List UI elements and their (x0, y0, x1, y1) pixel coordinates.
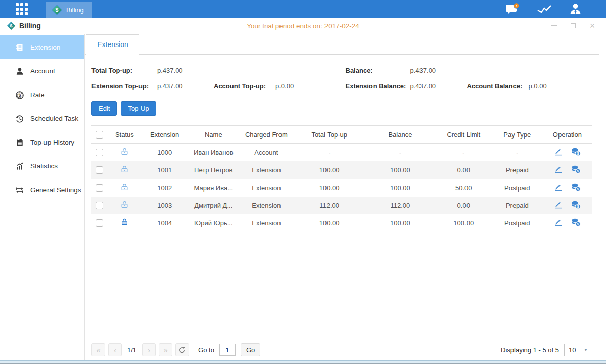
total-topup-label: Total Top-up: (91, 67, 157, 74)
sidebar-item-top-up-history[interactable]: Top-up History (0, 130, 84, 154)
account-topup-label: Account Top-up: (214, 82, 275, 90)
lock-open-icon (120, 165, 129, 173)
svg-text:$: $ (10, 23, 12, 28)
minimize-button[interactable] (550, 22, 557, 29)
header-name[interactable]: Name (188, 126, 239, 144)
user-icon[interactable] (569, 3, 582, 15)
last-page-button[interactable]: » (159, 343, 172, 356)
topup-coins-icon[interactable]: $ (571, 147, 581, 156)
edit-pencil-icon[interactable] (554, 218, 563, 227)
row-checkbox[interactable] (96, 149, 103, 156)
close-button[interactable]: × (589, 22, 596, 29)
maximize-button[interactable] (570, 22, 577, 29)
topup-coins-icon[interactable]: $ (571, 200, 581, 209)
table-row-1004: 1004Юрий Юрь...Extension100.00100.00100.… (91, 214, 592, 232)
cell-extension: 1003 (142, 197, 188, 214)
sidebar-item-scheduled-task[interactable]: Scheduled Task (0, 107, 84, 130)
header-operation[interactable]: Operation (542, 126, 592, 144)
go-button[interactable]: Go (241, 343, 260, 356)
select-all-checkbox[interactable] (96, 131, 103, 139)
main-content: Extension Total Top-up: p.437.00 Extensi… (85, 34, 599, 360)
goto-page-input[interactable] (219, 344, 236, 356)
lock-open-icon (120, 183, 129, 191)
header-total-topup[interactable]: Total Top-up (293, 126, 365, 144)
trial-notice: Your trial period ends on: 2017-02-24 (0, 22, 606, 30)
billing-diamond-icon: $ (7, 21, 16, 30)
messages-icon[interactable]: ! (505, 3, 520, 16)
titlebar: $ Billing Your trial period ends on: 201… (0, 18, 606, 34)
prev-page-button[interactable]: ‹ (108, 343, 122, 356)
goto-label: Go to (198, 346, 214, 354)
table-row-1000: 1000Иван ИвановAccount----$ (91, 144, 592, 161)
topbar: $ Billing ! (0, 0, 606, 18)
svg-text:$: $ (18, 93, 21, 98)
cell-total-topup: 100.00 (293, 214, 365, 232)
cell-balance: 100.00 (365, 214, 435, 232)
cell-charged-from: Extension (239, 214, 293, 232)
cell-extension: 1004 (142, 214, 188, 232)
svg-text:!: ! (516, 3, 517, 8)
first-page-button[interactable]: « (91, 343, 105, 356)
table-header-row: Status Extension Name Charged From Total… (91, 126, 592, 144)
page-size-dropdown[interactable]: 10 ▼ (564, 344, 592, 356)
cell-charged-from: Account (239, 144, 293, 161)
billing-diamond-icon: $ (52, 5, 62, 15)
sidebar-item-extension[interactable]: Extension (0, 35, 84, 59)
displaying-text: Displaying 1 - 5 of 5 (501, 346, 559, 354)
statistics-icon (15, 162, 24, 171)
tab-extension[interactable]: Extension (86, 34, 139, 55)
sidebar-item-label: Statistics (30, 162, 58, 170)
topup-coins-icon[interactable]: $ (571, 183, 581, 192)
sidebar-item-rate[interactable]: $Rate (0, 83, 84, 107)
row-checkbox[interactable] (96, 219, 103, 227)
svg-text:$: $ (577, 204, 579, 208)
sidebar-item-account[interactable]: Account (0, 59, 84, 83)
scrollbar-gutter[interactable] (599, 34, 606, 360)
header-pay-type[interactable]: Pay Type (492, 126, 542, 144)
window-bottom-edge (0, 360, 606, 364)
cell-charged-from: Extension (239, 179, 293, 197)
topup-coins-icon[interactable]: $ (571, 165, 581, 174)
header-charged-from[interactable]: Charged From (239, 126, 293, 144)
balance-label: Balance: (346, 67, 410, 74)
sidebar-item-general-settings[interactable]: General Settings (0, 178, 84, 202)
topup-coins-icon[interactable]: $ (571, 218, 581, 227)
extension-icon (15, 43, 24, 52)
row-checkbox[interactable] (96, 184, 103, 192)
header-extension[interactable]: Extension (142, 126, 188, 144)
general-settings-icon (15, 186, 24, 195)
svg-text:$: $ (56, 7, 59, 13)
edit-pencil-icon[interactable] (554, 147, 563, 156)
billing-app-tab[interactable]: $ Billing (46, 2, 92, 18)
table-body: 1000Иван ИвановAccount----$1001Петр Петр… (91, 144, 592, 232)
svg-text:$: $ (577, 222, 579, 226)
header-credit-limit[interactable]: Credit Limit (435, 126, 492, 144)
header-balance[interactable]: Balance (365, 126, 435, 144)
table-row-1003: 1003Дмитрий Д...Extension112.00112.000.0… (91, 197, 592, 214)
extension-balance-value: p.437.00 (410, 82, 467, 90)
toolbar: Edit Top Up (91, 101, 592, 116)
topup-history-icon (15, 138, 24, 147)
edit-pencil-icon[interactable] (554, 200, 563, 209)
cell-credit-limit: 50.00 (435, 179, 492, 197)
page-size-value: 10 (569, 346, 576, 354)
summary-panel: Total Top-up: p.437.00 Extension Top-up:… (91, 63, 592, 94)
edit-button[interactable]: Edit (91, 101, 117, 116)
edit-pencil-icon[interactable] (554, 165, 563, 174)
top-up-button[interactable]: Top Up (121, 101, 156, 116)
account-topup-value: p.0.00 (275, 82, 294, 90)
cell-pay-type: Postpaid (492, 179, 542, 197)
header-status[interactable]: Status (108, 126, 142, 144)
monitor-chart-icon[interactable] (537, 4, 552, 15)
edit-pencil-icon[interactable] (554, 183, 563, 192)
row-checkbox[interactable] (96, 202, 103, 209)
sidebar-item-statistics[interactable]: Statistics (0, 154, 84, 178)
app-grid-icon[interactable] (16, 3, 28, 15)
cell-extension: 1002 (142, 179, 188, 197)
cell-balance: - (365, 144, 435, 161)
next-page-button[interactable]: › (142, 343, 156, 356)
cell-extension: 1001 (142, 161, 188, 179)
row-checkbox[interactable] (96, 166, 103, 174)
refresh-button[interactable] (175, 343, 189, 356)
cell-charged-from: Extension (239, 197, 293, 214)
